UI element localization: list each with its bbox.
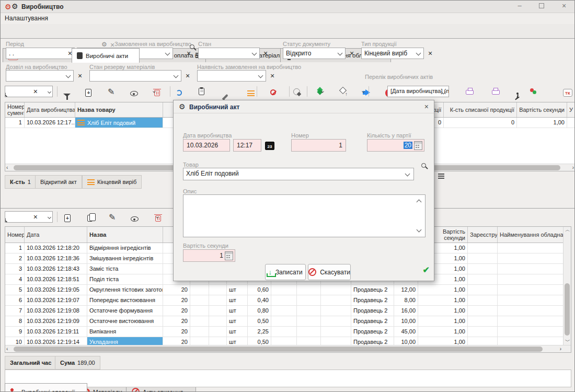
ops-cell-unit[interactable]: шт <box>227 295 248 305</box>
ops-cell-qty[interactable]: 20 <box>163 316 190 326</box>
ops-cell-time[interactable]: 0,60 <box>248 285 271 295</box>
ops-cell-name[interactable]: Остаточне формування <box>87 306 163 316</box>
ops-cell-name[interactable]: Змішування інгредієнтів <box>87 253 163 263</box>
ops-cell-reg[interactable] <box>468 327 498 337</box>
ops-v-scrollbar[interactable]: ︿ ﹀ <box>563 227 571 345</box>
col-partial[interactable]: У <box>567 102 575 117</box>
run-icon[interactable] <box>516 93 519 95</box>
ops-cell-equip[interactable] <box>498 264 564 274</box>
footer-note-box[interactable] <box>5 370 571 387</box>
cell-writtenoff-qty[interactable]: 0 <box>444 118 517 128</box>
ops-cell-e3[interactable] <box>271 285 297 295</box>
forward-icon[interactable] <box>365 89 370 96</box>
ops-cell-e2[interactable] <box>209 295 227 305</box>
state-clear-icon[interactable]: × <box>263 50 268 57</box>
ops-cell-equip[interactable] <box>498 243 564 253</box>
cancel-button[interactable]: Скасувати <box>308 264 351 280</box>
calculator-icon[interactable] <box>225 251 233 260</box>
reserve-state-select[interactable] <box>89 70 181 82</box>
ops-cell-equip[interactable] <box>498 316 564 326</box>
scroll-up-icon[interactable]: ︿ <box>565 227 570 233</box>
ops-cell-e3[interactable] <box>271 306 297 316</box>
save-button[interactable]: ↓ Записати <box>265 264 306 280</box>
ops-cell-reg[interactable] <box>468 316 498 326</box>
ops-cell-seller[interactable]: Продавець 2 <box>351 306 394 316</box>
ops-cell-qty[interactable]: 20 <box>163 295 190 305</box>
view-icon[interactable] <box>130 91 138 96</box>
clear-x-icon[interactable]: × <box>33 88 38 95</box>
print-alt-icon[interactable] <box>492 90 500 95</box>
ops-cell-num[interactable]: 2 <box>5 253 25 263</box>
ops-cell-sum[interactable]: 12,00 <box>394 285 418 295</box>
ops-cell-name[interactable]: Остаточне вистоювання <box>87 316 163 326</box>
wrench-icon[interactable] <box>222 94 228 100</box>
col-registered[interactable]: Зареєстрував <box>468 227 498 243</box>
ops-cell-name[interactable]: Поділ тіста <box>87 274 163 284</box>
period-gear-icon[interactable]: ⚙ <box>101 41 107 48</box>
ops-cell-name[interactable]: Заміс тіста <box>87 264 163 274</box>
ops-cell-unit[interactable]: шт <box>227 316 248 326</box>
doc-status-select[interactable]: Відкрито <box>283 48 346 59</box>
order-clear-icon[interactable]: × <box>187 50 191 57</box>
ops-cell-name[interactable]: Випікання <box>87 327 163 337</box>
ops-cell-e1[interactable] <box>190 316 209 326</box>
period-from-input[interactable]: . . × <box>6 48 75 59</box>
ops-cell-time[interactable]: 0,50 <box>248 316 271 326</box>
ops-cell-cost[interactable]: 1,00 <box>418 306 468 316</box>
ops-cell-e2[interactable] <box>209 306 227 316</box>
ops-cell-date[interactable]: 10.03.2026 12:18:20 <box>25 243 87 253</box>
ops-cell-num[interactable]: 5 <box>5 285 25 295</box>
time-input[interactable]: 12:17 <box>233 139 261 152</box>
add-document-icon[interactable]: + <box>64 214 71 222</box>
scroll-up-icon[interactable] <box>417 200 422 205</box>
ops-cell-unit[interactable]: шт <box>227 285 248 295</box>
ops-cell-num[interactable]: 7 <box>5 306 25 316</box>
scroll-left-icon[interactable]: ‹ <box>6 165 8 171</box>
col-cost-per-second[interactable]: Вартість секунди <box>517 102 567 117</box>
clear-x-icon[interactable]: × <box>33 213 38 221</box>
report-icon[interactable] <box>199 88 204 95</box>
ops-cell-e4[interactable] <box>297 295 321 305</box>
ops-table-row[interactable]: 810.03.2026 12:19:09Остаточне вистоюванн… <box>5 316 571 327</box>
search-icon[interactable] <box>5 91 6 96</box>
ops-cell-name[interactable]: Попереднє вистоювання <box>87 295 163 305</box>
scroll-left-icon[interactable]: ‹ <box>6 346 8 352</box>
ops-cell-sum[interactable]: 8,00 <box>394 295 418 305</box>
ops-cell-cost[interactable]: 1,00 <box>418 285 468 295</box>
ops-cell-date[interactable]: 10.03.2026 12:18:43 <box>25 264 87 274</box>
ops-cell-name[interactable]: Округлення тістових заготовок <box>87 285 163 295</box>
maximize-button[interactable] <box>539 3 544 8</box>
ops-cell-e5[interactable] <box>321 327 351 337</box>
tab-production-acts[interactable]: Виробничі акти <box>72 48 140 63</box>
ops-cell-reg[interactable] <box>468 285 498 295</box>
ops-cell-num[interactable]: 3 <box>5 264 25 274</box>
edit-icon[interactable]: ✎ <box>108 88 114 96</box>
ops-h-scrollbar[interactable]: ‹ › <box>5 345 571 352</box>
search-icon[interactable] <box>190 44 194 49</box>
cell-date[interactable]: 10.03.2026 12:17... <box>25 118 75 128</box>
list-icon[interactable] <box>247 90 255 96</box>
close-button[interactable]: × <box>560 2 568 10</box>
order-presence-clear-icon[interactable]: × <box>270 72 274 79</box>
copy-icon[interactable] <box>87 215 93 222</box>
ops-cell-reg[interactable] <box>468 306 498 316</box>
ops-cell-cost[interactable]: 1,00 <box>418 295 468 305</box>
col-name[interactable]: Назва <box>87 227 163 243</box>
ops-cell-equip[interactable] <box>498 295 564 305</box>
ops-cell-reg[interactable] <box>468 253 498 263</box>
filter-icon[interactable] <box>63 94 71 97</box>
product-select[interactable]: Хліб Еліт подовий <box>183 168 414 180</box>
ops-cell-e4[interactable] <box>297 316 321 326</box>
ops-cell-time[interactable]: 0,80 <box>248 306 271 316</box>
ops-cell-num[interactable]: 6 <box>5 295 25 305</box>
search-icon[interactable] <box>5 217 6 222</box>
ops-cell-num[interactable]: 4 <box>5 274 25 284</box>
ops-cell-qty[interactable]: 20 <box>163 327 190 337</box>
scroll-down-icon[interactable]: ﹀ <box>565 338 570 344</box>
ops-cell-reg[interactable] <box>468 264 498 274</box>
number-input[interactable]: 1 <box>291 139 346 152</box>
product-type-clear-icon[interactable]: × <box>428 50 432 57</box>
ops-cell-date[interactable]: 10.03.2026 12:19:09 <box>25 316 87 326</box>
product-list-icon[interactable] <box>438 174 444 179</box>
ops-cell-qty[interactable]: 20 <box>163 306 190 316</box>
